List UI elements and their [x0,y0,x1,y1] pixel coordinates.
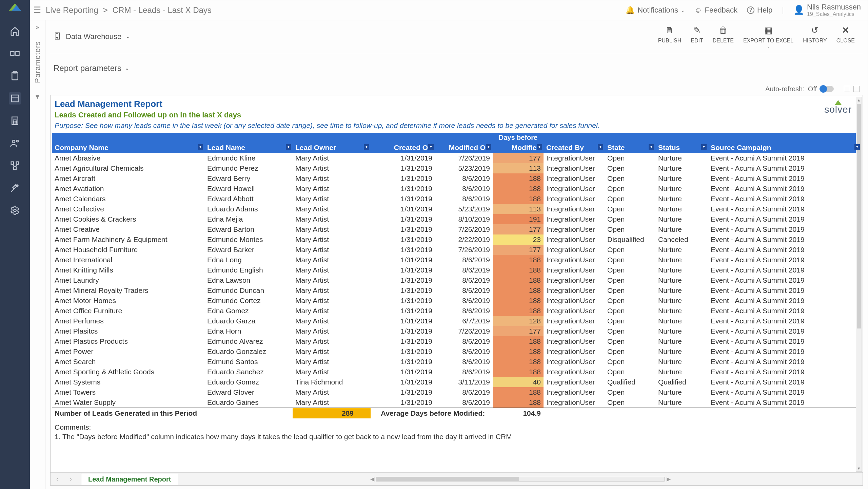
excel-icon: ▦ [764,25,773,36]
table-row[interactable]: Amet Plastics ProductsEdmundo AlvarezMar… [52,336,861,346]
breadcrumb-root[interactable]: Live Reporting [46,5,98,15]
close-button[interactable]: ✕CLOSE [836,25,855,48]
chevron-down-icon: ⌄ [767,44,770,48]
database-icon: 🗄 [54,32,61,41]
auto-refresh-toggle[interactable] [820,86,834,92]
hamburger-icon[interactable]: ☰ [33,5,41,15]
history-button[interactable]: ↺HISTORY [803,25,827,48]
nav-users-icon[interactable] [9,137,21,149]
chevron-down-icon: ⌄ [681,7,685,13]
col-pre-days: Days before [493,133,544,142]
table-row[interactable]: Amet CalendarsEdward AbbottMary Artist1/… [52,194,861,204]
edit-button[interactable]: ✎EDIT [691,25,703,48]
sheet-prev-button[interactable]: ‹ [51,476,64,482]
nav-home-icon[interactable] [9,25,21,37]
grid-toggle-icon[interactable] [853,86,860,92]
svg-point-11 [16,121,17,122]
table-row[interactable]: Amet PerfumesEduardo GarzaMary Artist1/3… [52,316,861,326]
app-logo-icon [9,3,21,12]
user-menu[interactable]: 👤 Nils Rasmussen 19_Sales_Analytics [793,3,861,17]
document-icon: 🗎 [665,25,674,36]
table-row[interactable]: Amet Cookies & CrackersEdna MejiaMary Ar… [52,214,861,224]
horizontal-scrollbar[interactable]: ◀ ▶ [178,476,863,482]
filter-dropdown-icon: ▼ [537,144,542,150]
expand-params-icon[interactable]: » [36,24,39,31]
table-row[interactable]: Amet Water SupplyEduardo GainesMary Arti… [52,397,861,408]
top-bar: ☰ Live Reporting > CRM - Leads - Last X … [30,0,868,20]
nav-data-icon[interactable] [9,48,21,60]
sheet-tab-active[interactable]: Lead Management Report [81,473,178,485]
col-created[interactable]: Created On▼ [371,142,435,153]
chevron-down-icon: ⌄ [125,65,129,71]
auto-refresh-label: Auto-refresh: [765,85,805,93]
breadcrumb: Live Reporting > CRM - Leads - Last X Da… [46,5,212,15]
table-row[interactable]: Amet AircraftEdward BerryMary Artist1/31… [52,173,861,184]
col-company[interactable]: Company Name▼ [52,142,204,153]
sheet-tab-bar: ‹ › Lead Management Report ◀ ▶ [51,472,863,485]
table-row[interactable]: Amet PowerEduardo GonzalezMary Artist1/3… [52,346,861,357]
table-row[interactable]: Amet TowersEdward GloverMary Artist1/31/… [52,387,861,397]
summary-leads-count: 289 [293,408,371,418]
delete-button[interactable]: 🗑DELETE [713,25,734,48]
svg-rect-17 [16,162,19,165]
nav-calculator-icon[interactable] [9,115,21,127]
nav-settings-icon[interactable] [9,204,21,217]
nav-report-icon[interactable] [9,92,21,105]
table-row[interactable]: Amet Office FurnitureEdna GomezMary Arti… [52,306,861,316]
table-row[interactable]: Amet Mineral Royalty TradersEdmundo Dunc… [52,285,861,296]
table-row[interactable]: Amet LaundryEdna LawsonMary Artist1/31/2… [52,275,861,285]
svg-point-21 [14,209,16,212]
table-row[interactable]: Amet SearchEdmund SantosMary Artist1/31/… [52,357,861,367]
report-subtitle: Leads Created and Followed up on in the … [52,110,861,120]
col-owner[interactable]: Lead Owner▼ [293,142,371,153]
col-modified[interactable]: Modified On▼ [435,142,493,153]
chevron-down-icon[interactable]: ⌄ [126,34,130,39]
nav-flow-icon[interactable] [9,159,21,172]
filter-dropdown-icon: ▼ [198,144,203,150]
table-row[interactable]: Amet AvatiationEdward HowellMary Artist1… [52,184,861,194]
publish-button[interactable]: 🗎PUBLISH [658,25,681,48]
col-source[interactable]: Source Campaign▼ [708,142,861,153]
table-row[interactable]: Amet CreativeEdward BartonMary Artist1/3… [52,224,861,234]
report-parameters-toggle[interactable]: Report parameters ⌄ [50,53,863,83]
smile-icon: ☺ [694,6,702,15]
filter-icon[interactable]: ▼ [35,93,41,100]
table-row[interactable]: Amet PlasitcsEdna HornMary Artist1/31/20… [52,326,861,336]
col-state[interactable]: State▼ [605,142,655,153]
sheet-next-button[interactable]: › [64,476,78,482]
table-row[interactable]: Amet AbrasiveEdmundo KlineMary Artist1/3… [52,153,861,163]
toolbar: 🗄 Data Warehouse ⌄ 🗎PUBLISH ✎EDIT 🗑DELET… [50,20,863,53]
table-row[interactable]: Amet Sporting & Athletic GoodsEduardo Sa… [52,367,861,377]
breadcrumb-sep: > [103,5,108,15]
popout-icon[interactable] [844,86,850,92]
table-row[interactable]: Amet Agricultural ChemicalsEdmundo Perez… [52,163,861,173]
report-title: Lead Management Report [52,95,861,110]
table-row[interactable]: Amet Motor HomesEdmundo CortezMary Artis… [52,296,861,306]
svg-rect-3 [16,52,19,56]
col-days[interactable]: Modified▼ [493,142,544,153]
table-row[interactable]: Amet Farm Machinery & EquipmentEdmundo M… [52,234,861,245]
table-row[interactable]: Amet Household FurnitureEdward BarkerMar… [52,245,861,255]
svg-rect-18 [14,167,16,170]
nav-clipboard-icon[interactable] [9,70,21,82]
col-status[interactable]: Status▼ [655,142,708,153]
table-row[interactable]: Amet SystemsEduardo GomezTina Richmond1/… [52,377,861,387]
filter-dropdown-icon: ▼ [701,144,707,150]
table-row[interactable]: Amet CollectiveEduardo AdamsMary Artist1… [52,204,861,214]
svg-rect-16 [11,162,14,165]
filter-dropdown-icon: ▼ [649,144,654,150]
nav-tools-icon[interactable] [9,182,21,194]
breadcrumb-current: CRM - Leads - Last X Days [113,5,212,15]
user-name: Nils Rasmussen [807,3,861,11]
col-createdby[interactable]: Created By▼ [544,142,605,153]
feedback-button[interactable]: ☺ Feedback [694,6,737,15]
left-sidebar [0,0,30,489]
table-row[interactable]: Amet Knitting MillsEdmundo EnglishMary A… [52,265,861,275]
help-button[interactable]: ? Help [747,6,772,15]
table-row[interactable]: Amet InternationalEdna LongMary Artist1/… [52,255,861,265]
notifications-button[interactable]: 🔔 Notifications ⌄ [626,6,685,15]
col-lead[interactable]: Lead Name▼ [204,142,293,153]
bell-icon: 🔔 [626,6,635,15]
export-button[interactable]: ▦EXPORT TO EXCEL⌄ [743,25,793,48]
data-source-label[interactable]: Data Warehouse [66,32,121,41]
